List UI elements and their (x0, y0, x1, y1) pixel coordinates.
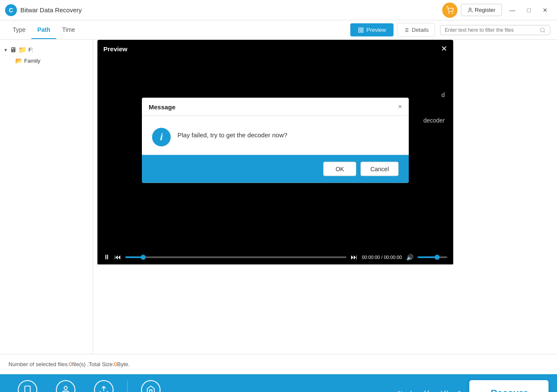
svg-point-13 (540, 28, 544, 31)
status-file-count: 0 (69, 361, 72, 367)
volume-thumb (435, 255, 440, 260)
message-title: Message (149, 103, 175, 110)
home-icon (146, 385, 155, 392)
time-total: 00:00:00 (384, 255, 402, 260)
bottom-divider (127, 381, 127, 392)
message-text: Play failed, try to get the decoder now? (177, 128, 287, 139)
svg-rect-3 (359, 28, 360, 29)
preview-button[interactable]: Preview (350, 23, 394, 36)
progress-fill (125, 256, 143, 258)
home-icon-circle (141, 380, 161, 392)
time-current: 00:00:00 (362, 255, 380, 260)
search-icon (540, 27, 546, 33)
tree-root-label: F: (28, 47, 33, 53)
contact-icon (61, 385, 70, 392)
bottom-contact-button[interactable]: Contact Us (47, 380, 85, 392)
message-ok-button[interactable]: OK (323, 162, 356, 176)
progress-bar[interactable] (125, 256, 346, 258)
svg-rect-15 (25, 386, 30, 392)
computer-icon: 🖥 (10, 46, 17, 54)
time-display: 00:00:00 / 00:00:00 (362, 255, 402, 260)
status-prefix: Number of selected files: (8, 361, 69, 367)
preview-header: Preview ✕ (97, 40, 453, 58)
progress-thumb (141, 255, 146, 260)
tree-item-family[interactable]: 📂 Family (15, 56, 89, 66)
svg-point-2 (469, 8, 471, 10)
contact-icon-circle (56, 380, 75, 392)
search-box (440, 25, 550, 35)
svg-line-14 (544, 31, 545, 32)
titlebar: C Bitwar Data Recovery Register — □ ✕ (0, 0, 557, 20)
export-icon (99, 385, 108, 392)
volume-icon: 🔊 (406, 254, 413, 261)
preview-label: Preview (366, 27, 386, 33)
close-button[interactable]: ✕ (538, 4, 552, 16)
app-title: Bitwar Data Recovery (20, 6, 442, 14)
minimize-button[interactable]: — (505, 4, 520, 16)
status-size-unit: Byte. (117, 361, 130, 367)
message-header: Message × (142, 98, 409, 116)
recover-button[interactable]: Recover (469, 380, 549, 392)
cart-button[interactable] (442, 3, 457, 18)
bottom-home-button[interactable]: Home (132, 380, 170, 392)
register-label: Register (475, 7, 495, 13)
video-controls: ⏸ ⏮ ⏭ 00:00:00 / 00:00:00 🔊 (97, 250, 453, 264)
forward-button[interactable]: ⏭ (351, 253, 357, 261)
preview-content: Message × i Play failed, try to get the … (97, 58, 453, 223)
title-actions: Register — □ ✕ (442, 3, 552, 18)
tree-children: 📂 Family (15, 56, 89, 66)
file-tree-panel: ▼ 🖥 📁 F: 📂 Family (0, 40, 93, 354)
mobile-icon-circle (18, 380, 37, 392)
details-button[interactable]: Details (397, 23, 435, 37)
bottom-bar: Bitwar for Mobile Contact Us Export Home (0, 374, 557, 392)
svg-rect-6 (359, 31, 360, 32)
svg-rect-4 (361, 28, 363, 29)
folder-icon: 📁 (18, 46, 27, 54)
details-label: Details (412, 27, 429, 33)
svg-rect-5 (361, 31, 363, 32)
app-icon: C (5, 4, 17, 16)
tab-time[interactable]: Time (56, 21, 81, 39)
svg-point-17 (64, 386, 67, 389)
found-prefix: Number of found files: (398, 390, 458, 392)
toolbar: Type Path Time Preview Details (0, 20, 557, 40)
tree-expand-icon: ▼ (3, 47, 8, 53)
folder-icon: 📂 (15, 57, 22, 64)
status-total-size: 0 (114, 361, 117, 367)
preview-side-text-1: d (441, 92, 445, 98)
message-footer: OK Cancel (142, 155, 409, 183)
preview-side-text-2: decoder (423, 117, 445, 124)
search-input[interactable] (445, 27, 540, 33)
tree-root[interactable]: ▼ 🖥 📁 F: (3, 44, 89, 56)
svg-point-0 (449, 13, 449, 14)
mobile-icon (23, 385, 32, 392)
volume-bar[interactable] (418, 256, 447, 258)
tree-item-label: Family (24, 58, 40, 64)
register-button[interactable]: Register (461, 4, 502, 16)
app-icon-letter: C (9, 7, 13, 14)
maximize-button[interactable]: □ (523, 4, 535, 16)
message-dialog: Message × i Play failed, try to get the … (142, 98, 409, 183)
info-icon-circle: i (152, 128, 171, 147)
preview-title: Preview (103, 45, 127, 53)
found-files-text: Number of found files: 6 (398, 390, 461, 392)
message-close-button[interactable]: × (398, 103, 402, 111)
status-unit: file(s) ,Total Size: (72, 361, 114, 367)
bottom-mobile-button[interactable]: Bitwar for Mobile (8, 380, 47, 392)
pause-button[interactable]: ⏸ (103, 253, 110, 261)
svg-point-1 (452, 13, 453, 14)
found-count: 6 (457, 390, 461, 392)
volume-fill (418, 256, 437, 258)
message-cancel-button[interactable]: Cancel (360, 162, 399, 176)
tab-type[interactable]: Type (7, 21, 31, 39)
message-body: i Play failed, try to get the decoder no… (142, 116, 409, 155)
status-bar: Number of selected files: 0 file(s) ,Tot… (0, 354, 557, 374)
export-icon-circle (94, 380, 114, 392)
info-icon: i (160, 132, 163, 143)
bottom-export-button[interactable]: Export (85, 380, 123, 392)
preview-modal: Preview ✕ Message × i Play failed, try t… (97, 40, 453, 264)
tab-path[interactable]: Path (31, 21, 56, 39)
preview-close-button[interactable]: ✕ (441, 44, 447, 53)
rewind-button[interactable]: ⏮ (114, 253, 121, 261)
